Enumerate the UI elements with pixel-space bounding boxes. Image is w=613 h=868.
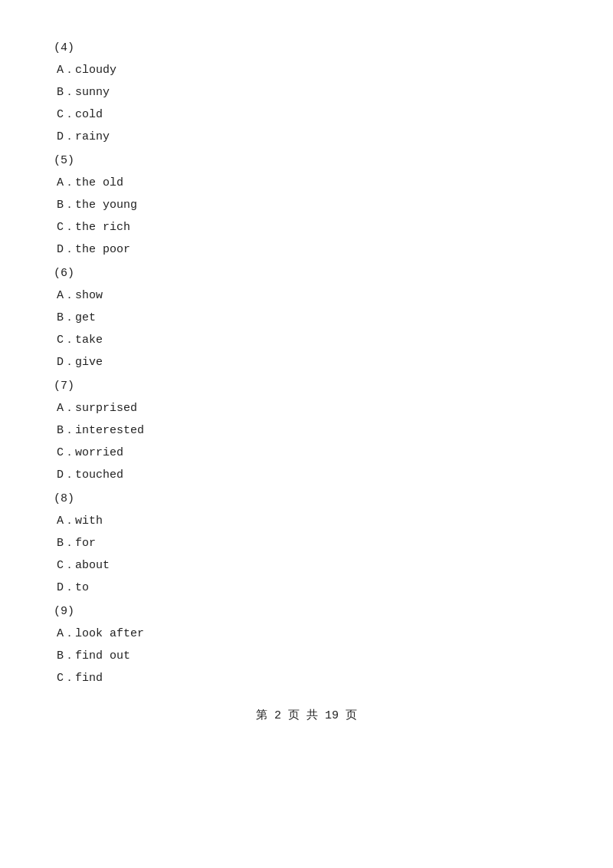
main-content: (4)A．cloudyB．sunnyC．coldD．rainy(5)A．the … <box>54 41 559 722</box>
question-number-q9: (9) <box>54 605 559 618</box>
option-q5-1: B．the young <box>54 197 559 212</box>
option-q4-2: C．cold <box>54 107 559 121</box>
page-footer: 第 2 页 共 19 页 <box>54 708 559 722</box>
question-number-q4: (4) <box>54 41 559 54</box>
question-number-q7: (7) <box>54 380 559 393</box>
option-q9-1: B．find out <box>54 648 559 663</box>
option-q8-1: B．for <box>54 535 559 550</box>
option-q6-2: C．take <box>54 332 559 347</box>
option-q7-2: C．worried <box>54 445 559 459</box>
option-q4-1: B．sunny <box>54 84 559 99</box>
option-q7-0: A．surprised <box>54 400 559 415</box>
option-q6-0: A．show <box>54 288 559 302</box>
option-q9-2: C．find <box>54 670 559 685</box>
question-number-q5: (5) <box>54 154 559 167</box>
question-q5: (5)A．the oldB．the youngC．the richD．the p… <box>54 154 559 256</box>
option-q4-3: D．rainy <box>54 129 559 143</box>
option-q4-0: A．cloudy <box>54 62 559 77</box>
option-q5-2: C．the rich <box>54 219 559 234</box>
option-q8-3: D．to <box>54 580 559 594</box>
option-q7-3: D．touched <box>54 467 559 482</box>
question-q9: (9)A．look afterB．find outC．find <box>54 605 559 685</box>
option-q8-0: A．with <box>54 513 559 528</box>
option-q6-3: D．give <box>54 354 559 369</box>
option-q7-1: B．interested <box>54 422 559 437</box>
question-q8: (8)A．withB．forC．aboutD．to <box>54 492 559 594</box>
question-number-q6: (6) <box>54 267 559 280</box>
question-q6: (6)A．showB．getC．takeD．give <box>54 267 559 369</box>
option-q6-1: B．get <box>54 310 559 324</box>
question-q7: (7)A．surprisedB．interestedC．worriedD．tou… <box>54 380 559 482</box>
option-q9-0: A．look after <box>54 626 559 640</box>
question-q4: (4)A．cloudyB．sunnyC．coldD．rainy <box>54 41 559 143</box>
option-q5-0: A．the old <box>54 175 559 189</box>
question-number-q8: (8) <box>54 492 559 505</box>
option-q5-3: D．the poor <box>54 242 559 256</box>
option-q8-2: C．about <box>54 557 559 572</box>
